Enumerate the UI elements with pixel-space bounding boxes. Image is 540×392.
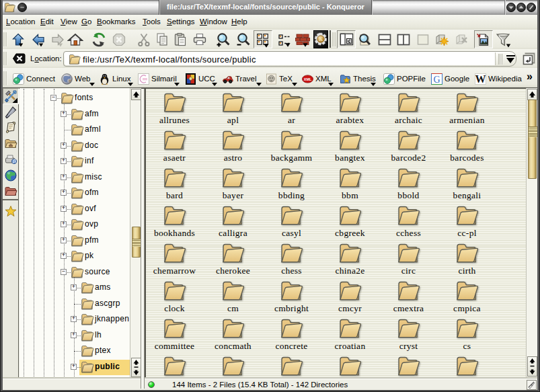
svg-text:XML: XML (304, 77, 312, 81)
svg-text:K: K (319, 36, 323, 42)
svg-text:W: W (475, 73, 486, 85)
svg-text:G: G (433, 74, 440, 84)
